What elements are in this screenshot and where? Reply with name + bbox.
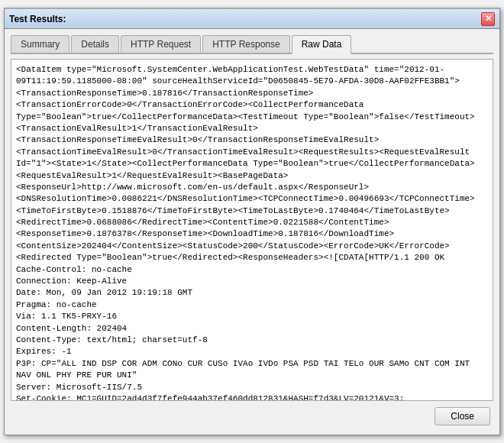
tab-http-request[interactable]: HTTP Request xyxy=(121,35,201,53)
tab-details[interactable]: Details xyxy=(71,35,119,53)
window-title: Test Results: xyxy=(9,14,66,24)
text-area-wrapper xyxy=(11,60,493,400)
tab-raw-data[interactable]: Raw Data xyxy=(292,35,352,54)
title-bar: Test Results: ✕ xyxy=(5,9,499,29)
close-button[interactable]: Close xyxy=(435,407,490,425)
tab-summary[interactable]: Summary xyxy=(11,35,69,53)
raw-data-textarea[interactable] xyxy=(11,60,493,400)
tab-http-response[interactable]: HTTP Response xyxy=(202,35,289,53)
footer: Close xyxy=(11,401,493,428)
window-content: Summary Details HTTP Request HTTP Respon… xyxy=(5,29,499,435)
tab-bar: Summary Details HTTP Request HTTP Respon… xyxy=(11,35,493,54)
window-close-button[interactable]: ✕ xyxy=(481,12,495,26)
raw-data-content xyxy=(11,59,493,401)
test-results-window: Test Results: ✕ Summary Details HTTP Req… xyxy=(4,8,500,435)
